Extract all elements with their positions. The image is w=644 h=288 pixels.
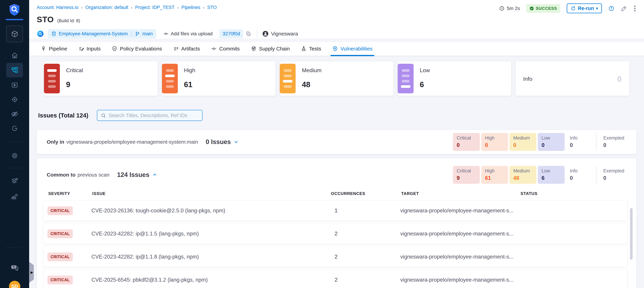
chip-high: High 61 [481, 166, 508, 184]
severity-badge: CRITICAL [48, 206, 73, 215]
issues-heading: Issues (Total 124) [38, 112, 88, 119]
tab-artifacts[interactable]: Artifacts [173, 46, 200, 56]
breadcrumb-organization[interactable]: Organization: default [85, 5, 128, 10]
sidebar-item-home[interactable] [6, 48, 23, 63]
branch-name-link[interactable]: main [142, 31, 153, 36]
module-cube-icon [11, 30, 19, 38]
tab-policy-evaluations[interactable]: Policy Evaluations [112, 46, 162, 56]
tab-label: Inputs [86, 46, 101, 52]
sidebar-item-targets[interactable] [6, 92, 23, 107]
commit-sha-link[interactable]: 3270f0d [220, 29, 243, 38]
chip-divider [596, 166, 596, 184]
tab-commits[interactable]: Commits [211, 46, 240, 56]
target-name: vigneswara-propelo/employee-management-s… [400, 277, 520, 283]
severity-card-value: 6 [420, 80, 424, 89]
breadcrumb-pipelines[interactable]: Pipelines [182, 5, 200, 10]
power-icon [11, 125, 18, 132]
more-options-button[interactable] [634, 5, 636, 12]
breadcrumb-pipeline-name[interactable]: STO [207, 5, 216, 10]
target-name: vigneswara-propelo/employee-management-s… [400, 231, 520, 237]
artifacts-tab-icon [173, 46, 179, 52]
severity-card-label: High [184, 67, 196, 73]
sidebar-item-help-chat[interactable]: ? [6, 261, 23, 275]
tab-tests[interactable]: Tests [301, 46, 321, 56]
occurrences-count: 2 [330, 254, 400, 260]
section-scope: previous scan [78, 172, 110, 178]
severity-badge: CRITICAL [48, 253, 73, 261]
user-avatar[interactable]: SD [9, 281, 20, 288]
chip-info: Info 0 [566, 166, 593, 184]
vulnerabilities-content: Critical 9 High 61 Medium 48 [29, 56, 644, 288]
chip-low: Low 6 [538, 166, 565, 184]
repo-name-link[interactable]: Employee-Management-System [59, 31, 128, 36]
tab-label: Supply Chain [259, 46, 290, 52]
severity-card-value: 9 [66, 80, 70, 89]
chip-divider [596, 133, 596, 151]
sidebar-item-getting-started[interactable] [6, 121, 23, 136]
hierarchy-gear-icon [11, 193, 18, 201]
issue-title: CVE-2025-6545: pbkdf2@3.1.2 (lang-pkgs, … [92, 277, 330, 283]
severity-card-label: Critical [66, 67, 83, 73]
edit-pipeline-button[interactable] [621, 5, 627, 11]
chevron-up-icon [152, 172, 157, 177]
copy-icon [246, 31, 251, 36]
breadcrumb-separator: › [203, 5, 204, 10]
issue-row[interactable]: CRITICAL CVE-2023-42282: ip@1.1.5 (lang-… [43, 224, 627, 244]
home-icon [11, 52, 18, 59]
tab-pipeline[interactable]: Pipeline [40, 46, 67, 56]
sidebar-item-project-resources[interactable] [6, 174, 23, 188]
pipelines-icon [11, 66, 18, 74]
sidebar-item-settings[interactable] [6, 148, 23, 163]
tab-label: Tests [309, 46, 321, 52]
section-only-in-header[interactable]: Only in vigneswara-propelo/employee-mana… [37, 130, 636, 154]
executions-icon [11, 81, 18, 89]
git-branch-icon [135, 31, 140, 36]
clock-icon [499, 6, 505, 11]
search-icon [101, 113, 106, 118]
tab-inputs[interactable]: Inputs [78, 46, 101, 56]
duration-text: 5m 2s [507, 6, 520, 11]
section-common-to-header[interactable]: Common to previous scan 124 Issues Criti… [37, 158, 636, 191]
caret-down-icon: ▾ [596, 6, 598, 11]
breadcrumb-separator: › [177, 5, 179, 10]
severity-card-info: Info 0 [516, 61, 629, 96]
issue-row[interactable]: CRITICAL CVE-2023-26136: tough-cookie@2.… [43, 201, 627, 221]
issue-row[interactable]: CRITICAL CVE-2025-6545: pbkdf2@3.1.2 (la… [43, 270, 627, 288]
severity-card-high: High 61 [162, 61, 276, 96]
low-gauge-icon [398, 64, 414, 93]
sidebar-item-baselines[interactable] [6, 107, 23, 121]
logo-accent-bar [6, 19, 23, 20]
table-scrollbar-thumb[interactable] [630, 208, 632, 260]
author-avatar-icon [262, 30, 269, 37]
sidebar-expand-handle[interactable]: ▶ [29, 262, 34, 283]
module-selector-button[interactable] [6, 25, 23, 42]
severity-chips: Critical 9 High 61 Medium 48 Low 6 [453, 166, 626, 184]
section-count-toggle[interactable]: 0 Issues [206, 138, 239, 146]
rerun-button[interactable]: Re-run ▾ [567, 3, 602, 13]
search-input[interactable] [97, 110, 202, 121]
build-id: (Build Id: 8) [57, 18, 80, 23]
occurrences-count: 2 [330, 277, 400, 283]
pipeline-tab-icon [40, 46, 46, 52]
medium-gauge-icon [280, 64, 296, 93]
issue-row[interactable]: CRITICAL CVE-2023-42282: ip@1.1.8 (lang-… [43, 247, 627, 267]
sidebar-item-org-resources[interactable] [6, 190, 23, 204]
chip-high: High 0 [481, 133, 508, 151]
tab-supply-chain[interactable]: Supply Chain [251, 46, 290, 56]
section-count: 124 Issues [117, 171, 149, 178]
tab-label: Policy Evaluations [120, 46, 162, 52]
author-name: Vigneswara [271, 31, 298, 37]
sidebar-item-executions[interactable] [6, 78, 23, 92]
commit-message-text: Add files via upload [171, 31, 213, 36]
sidebar-item-pipelines[interactable] [6, 63, 23, 77]
section-count-toggle[interactable]: 124 Issues [117, 171, 157, 178]
sto-shield-logo[interactable] [8, 3, 20, 16]
occurrences-count: 2 [330, 231, 400, 237]
copy-sha-button[interactable] [246, 31, 251, 36]
breadcrumb-account[interactable]: Account: Harness.io [37, 5, 78, 10]
repository-icon [51, 31, 56, 36]
rerun-label: Re-run [578, 5, 594, 11]
breadcrumb-project[interactable]: Project: IDP_TEST [135, 5, 174, 10]
run-info-button[interactable] [608, 5, 614, 11]
tab-vulnerabilities[interactable]: Vulnerabilities [332, 46, 372, 56]
